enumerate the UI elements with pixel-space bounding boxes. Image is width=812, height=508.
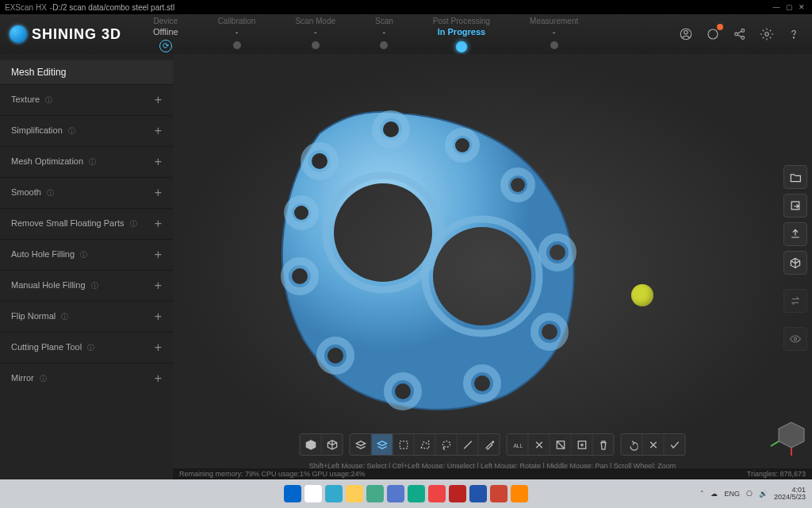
taskbar-explorer-icon[interactable] (346, 485, 363, 502)
expand-icon[interactable]: + (155, 279, 162, 293)
taskbar-chrome-icon[interactable] (428, 485, 446, 502)
scanned-mesh-model[interactable] (244, 86, 601, 419)
status-left: Remaining memory: 79% CPU usage:1% GPU u… (179, 470, 366, 478)
taskbar-filezilla-icon[interactable] (449, 485, 466, 502)
eye-tool[interactable] (783, 327, 807, 351)
expand-icon[interactable]: + (155, 248, 162, 262)
step-scan[interactable]: Scan - (375, 17, 393, 52)
info-icon[interactable]: ⓘ (130, 220, 137, 228)
account-icon[interactable] (677, 25, 695, 43)
step-post-processing[interactable]: Post Processing In Progress (433, 17, 490, 52)
window-maximize-button[interactable]: ▢ (783, 2, 795, 12)
export-tool[interactable] (783, 194, 807, 217)
step-dot-icon (233, 41, 241, 49)
step-device[interactable]: Device Offline ⟳ (153, 17, 178, 52)
lasso-button[interactable] (436, 434, 458, 455)
3d-viewport[interactable]: ALL Shift+Left Mouse: Select | Ctrl+Left… (173, 54, 812, 479)
window-minimize-button[interactable]: — (771, 2, 782, 12)
expand-icon (576, 439, 588, 451)
upload-tool[interactable] (783, 222, 807, 246)
taskbar-search-icon[interactable] (304, 485, 322, 502)
notifications-icon[interactable] (704, 25, 722, 43)
taskbar-hx-icon[interactable] (511, 485, 528, 502)
expand-icon[interactable]: + (155, 310, 162, 324)
brush-button[interactable] (479, 434, 500, 455)
invert-button[interactable] (550, 434, 572, 455)
info-icon[interactable]: ⓘ (91, 282, 98, 290)
info-icon[interactable]: ⓘ (80, 251, 87, 259)
tray-volume-icon[interactable]: 🔊 (759, 490, 768, 498)
rect-sel-button[interactable] (393, 434, 415, 455)
sidebar-item-smooth[interactable]: Smooth ⓘ+ (0, 177, 173, 208)
sidebar-item-label: Manual Hole Filling ⓘ (11, 280, 98, 291)
info-icon[interactable]: ⓘ (61, 313, 68, 321)
expand-icon[interactable]: + (155, 124, 162, 138)
check-button[interactable] (665, 434, 685, 455)
x2-button[interactable] (643, 434, 665, 455)
taskbar-chat-icon[interactable] (366, 485, 384, 502)
info-icon[interactable]: ⓘ (45, 96, 52, 104)
tray-chevron-icon[interactable]: ˄ (700, 490, 704, 498)
expand-icon[interactable]: + (155, 371, 162, 386)
info-icon[interactable]: ⓘ (89, 158, 96, 166)
svg-point-1 (684, 31, 688, 35)
check-icon (668, 439, 680, 451)
window-close-button[interactable]: ✕ (796, 2, 807, 12)
sidebar-item-mirror[interactable]: Mirror ⓘ+ (0, 363, 173, 394)
line-sel-button[interactable] (458, 434, 479, 455)
expand-icon[interactable]: + (155, 217, 162, 231)
help-icon[interactable] (785, 25, 802, 43)
windows-taskbar[interactable]: ˄ ☁ ENG ⎔ 🔊 4:01 2024/5/23 (0, 479, 812, 508)
settings-icon[interactable] (758, 25, 776, 43)
sidebar-item-remove-small-floating-parts[interactable]: Remove Small Floating Parts ⓘ+ (0, 208, 173, 239)
taskbar-word-icon[interactable] (469, 485, 487, 502)
swap-tool[interactable] (783, 289, 807, 313)
layers-off-button[interactable] (350, 434, 372, 455)
expand-icon[interactable]: + (155, 186, 162, 200)
tray-date[interactable]: 2024/5/23 (774, 494, 806, 501)
step-scan-mode[interactable]: Scan Mode - (295, 17, 335, 52)
step-label: Device (154, 17, 178, 25)
poly-sel-button[interactable] (415, 434, 436, 455)
taskbar-copilot-icon[interactable] (325, 485, 343, 502)
tray-lang[interactable]: ENG (724, 490, 740, 498)
sidebar-item-texture[interactable]: Texture ⓘ+ (0, 84, 173, 115)
tray-wifi-icon[interactable]: ⎔ (746, 490, 753, 498)
cube-wire-button[interactable] (322, 434, 343, 455)
cube-solid-button[interactable] (301, 434, 322, 455)
x1-button[interactable] (529, 434, 550, 455)
taskbar-edge-icon[interactable] (408, 485, 425, 502)
step-value: In Progress (438, 27, 486, 37)
info-icon[interactable]: ⓘ (40, 375, 47, 383)
lasso-icon (440, 439, 452, 451)
expand-icon[interactable]: + (155, 93, 162, 107)
step-label: Scan (375, 17, 393, 25)
expand-icon[interactable]: + (155, 341, 162, 355)
taskbar-windows-icon[interactable] (284, 485, 301, 502)
info-icon[interactable]: ⓘ (47, 189, 54, 197)
expand-icon[interactable]: + (155, 155, 162, 169)
all-button[interactable]: ALL (508, 434, 529, 455)
step-measurement[interactable]: Measurement - (530, 17, 578, 52)
sidebar-item-auto-hole-filling[interactable]: Auto Hole Filling ⓘ+ (0, 239, 173, 270)
undo-button[interactable] (622, 434, 643, 455)
step-calibration[interactable]: Calibration - (218, 17, 256, 52)
package-tool[interactable] (783, 251, 807, 275)
info-icon[interactable]: ⓘ (68, 127, 75, 135)
tray-onedrive-icon[interactable]: ☁ (710, 490, 718, 498)
taskbar-ppt-icon[interactable] (490, 485, 508, 502)
layers-on-button[interactable] (372, 434, 393, 455)
view-gizmo[interactable] (768, 416, 807, 456)
sidebar-item-cutting-plane-tool[interactable]: Cutting Plane Tool ⓘ+ (0, 332, 173, 363)
logo-text: SHINING 3D (32, 26, 121, 43)
sidebar-item-manual-hole-filling[interactable]: Manual Hole Filling ⓘ+ (0, 270, 173, 301)
share-icon[interactable] (731, 25, 749, 43)
sidebar-item-mesh-optimization[interactable]: Mesh Optimization ⓘ+ (0, 146, 173, 177)
sidebar-item-simplification[interactable]: Simplification ⓘ+ (0, 115, 173, 146)
trash-button[interactable] (593, 434, 614, 455)
sidebar-item-flip-normal[interactable]: Flip Normal ⓘ+ (0, 301, 173, 332)
taskbar-teams-icon[interactable] (387, 485, 404, 502)
folder-tool[interactable] (783, 165, 807, 189)
info-icon[interactable]: ⓘ (87, 344, 94, 352)
expand-button[interactable] (572, 434, 593, 455)
